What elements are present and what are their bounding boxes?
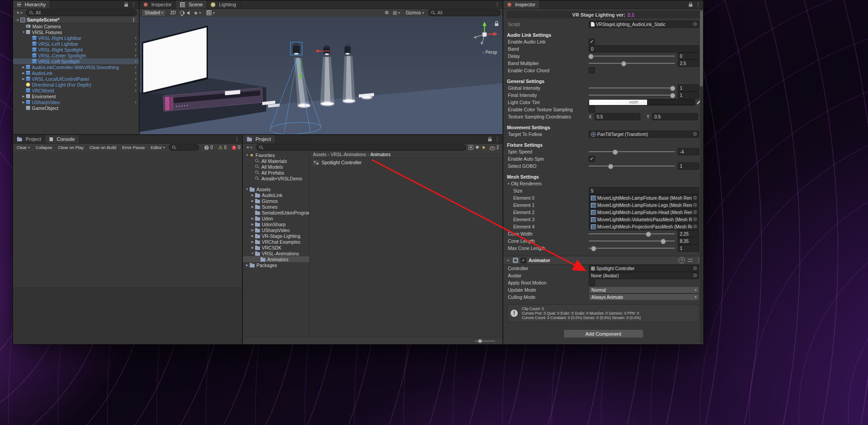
tab-lighting[interactable]: Lighting: [207, 0, 241, 9]
object-picker-icon[interactable]: [693, 22, 697, 26]
slider[interactable]: [589, 241, 675, 241]
scrollbar[interactable]: [700, 9, 703, 343]
checkbox[interactable]: [589, 39, 595, 45]
project-tree-item-scenes[interactable]: Scenes: [243, 204, 309, 210]
foldout-icon[interactable]: [250, 246, 255, 250]
object-picker-icon[interactable]: [693, 203, 697, 207]
scene-search-input[interactable]: All: [428, 9, 501, 16]
prefab-open-chevron[interactable]: [135, 82, 137, 88]
kebab-menu-icon[interactable]: [495, 2, 500, 7]
project-search-input[interactable]: [256, 144, 466, 151]
object-field[interactable]: PanTiltTarget (Transform): [589, 131, 699, 138]
scene-viewport[interactable]: Persp: [140, 17, 502, 134]
color-field[interactable]: HDR: [589, 99, 695, 105]
object-picker-icon[interactable]: [693, 217, 697, 222]
foldout-icon[interactable]: [250, 252, 255, 255]
kebab-menu-icon[interactable]: [131, 2, 136, 7]
foldout-icon[interactable]: [250, 217, 255, 220]
add-asset-button[interactable]: +: [245, 145, 254, 150]
warning-count-toggle[interactable]: 0: [218, 145, 226, 150]
project-tree-item-udonsharp[interactable]: UdonSharp: [243, 221, 309, 227]
persp-toggle[interactable]: Persp: [483, 50, 497, 55]
slider[interactable]: [589, 88, 675, 88]
slider-value-field[interactable]: 0: [678, 53, 699, 60]
hierarchy-item-audiolink[interactable]: AudioLink: [13, 70, 139, 76]
lock-icon[interactable]: [124, 4, 128, 7]
tab-scene[interactable]: Scene: [176, 0, 207, 9]
lock-icon[interactable]: [689, 4, 692, 7]
slider-handle[interactable]: [670, 93, 675, 98]
lock-icon[interactable]: [488, 139, 492, 141]
prefab-open-chevron[interactable]: [135, 53, 137, 58]
prefab-open-chevron[interactable]: [135, 47, 137, 53]
foldout-icon[interactable]: [21, 31, 26, 34]
tab-console[interactable]: Console: [45, 135, 79, 143]
x-field[interactable]: 0.5: [595, 113, 640, 120]
add-component-button[interactable]: Add Component: [564, 329, 643, 338]
foldout-icon[interactable]: [506, 259, 511, 262]
presets-icon[interactable]: [688, 259, 693, 263]
kebab-menu-icon[interactable]: [131, 18, 136, 22]
tab-inspector-docked[interactable]: Inspector: [140, 0, 176, 9]
slider-value-field[interactable]: -4: [678, 148, 699, 155]
object-picker-icon[interactable]: [693, 210, 697, 215]
project-tree-item-all-models[interactable]: All Models: [243, 164, 309, 170]
object-picker-icon[interactable]: [693, 196, 697, 200]
object-field[interactable]: MoverLightMesh-LampFixture-Head (Mesh Re…: [589, 209, 699, 216]
search-by-label-icon[interactable]: [476, 146, 479, 149]
hierarchy-item-vrsl-localuicontrolpanel[interactable]: VRSL-LocalUIControlPanel: [13, 76, 139, 82]
breadcrumb-segment[interactable]: VRSL-Animations: [330, 152, 366, 157]
slider[interactable]: [589, 63, 675, 64]
scene-audio-toggle-icon[interactable]: [187, 11, 189, 15]
orientation-gizmo[interactable]: [473, 22, 498, 45]
tools-icon[interactable]: [384, 10, 389, 15]
kebab-menu-icon[interactable]: [495, 137, 500, 142]
error-pause-button[interactable]: Error Pause: [120, 145, 147, 150]
project-tree-item-audiolink[interactable]: AudioLink: [243, 192, 309, 198]
object-field[interactable]: None (Avatar): [589, 272, 699, 279]
hierarchy-item-gameobject[interactable]: GameObject: [13, 105, 139, 111]
object-field[interactable]: MoverLightMesh-LampFixture-Legs (Mesh Re…: [589, 202, 699, 209]
spotlight-fixture[interactable]: [293, 44, 300, 55]
slider-handle[interactable]: [670, 86, 675, 91]
spotlight-fixture[interactable]: [323, 45, 330, 55]
object-field[interactable]: MoverLightMesh-LampFixture-Base (Mesh Re…: [589, 194, 699, 202]
y-field[interactable]: 0.5: [652, 113, 698, 120]
slider-handle[interactable]: [588, 54, 594, 59]
checkbox[interactable]: [589, 106, 595, 113]
clear-on-build-button[interactable]: Clear on Build: [88, 145, 118, 150]
shading-mode-dropdown[interactable]: Shaded: [141, 9, 166, 17]
collapse-button[interactable]: Collapse: [34, 145, 54, 150]
hierarchy-item-vrsl-left-spotlight[interactable]: VRSL-Left Spotlight: [13, 58, 139, 64]
console-detail-pane[interactable]: [13, 288, 242, 344]
foldout-icon[interactable]: [250, 223, 255, 226]
slider-handle[interactable]: [478, 339, 482, 343]
foldout-icon[interactable]: [21, 71, 26, 75]
gizmos-dropdown[interactable]: Gizmos: [404, 10, 426, 15]
breadcrumb-segment[interactable]: Assets: [313, 152, 326, 157]
gizmo-lock-icon[interactable]: [495, 21, 498, 26]
project-tree-item-vrchat-examples[interactable]: VRChat Examples: [243, 239, 309, 245]
slider[interactable]: [589, 151, 675, 152]
scene-3d-view[interactable]: [140, 17, 502, 134]
slider-handle[interactable]: [621, 61, 626, 66]
slider[interactable]: [589, 248, 675, 249]
foldout-icon[interactable]: [21, 101, 26, 104]
foldout-icon[interactable]: [245, 188, 250, 191]
foldout-icon[interactable]: [506, 182, 511, 185]
foldout-icon[interactable]: [250, 234, 255, 238]
component-enabled-checkbox[interactable]: [520, 258, 526, 263]
prefab-open-chevron[interactable]: [135, 99, 137, 105]
prefab-open-chevron[interactable]: [135, 64, 137, 70]
checkbox[interactable]: [589, 156, 595, 162]
tab-hierarchy[interactable]: Hierarchy: [13, 0, 50, 9]
slider[interactable]: [589, 56, 675, 57]
2d-toggle-button[interactable]: 2D: [168, 10, 178, 15]
hierarchy-item-vrsl-right-spotlight[interactable]: VRSL-Right Spotlight: [13, 47, 139, 53]
prefab-open-chevron[interactable]: [135, 76, 137, 82]
object-field[interactable]: Spotlight Controller: [589, 265, 699, 272]
project-tree-item-all-materials[interactable]: All Materials: [243, 158, 309, 164]
slider-value-field[interactable]: 1: [678, 92, 699, 99]
error-count-toggle[interactable]: 0: [232, 145, 240, 150]
slider-value-field[interactable]: 8.35: [678, 237, 699, 245]
